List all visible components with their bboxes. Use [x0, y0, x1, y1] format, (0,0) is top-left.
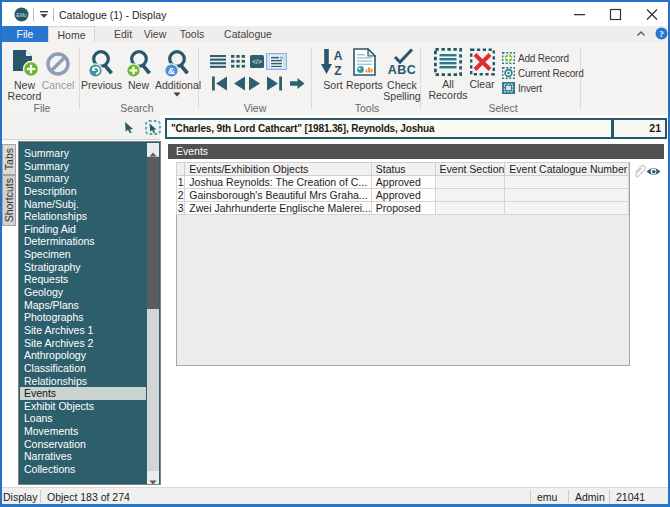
- svg-text:ABC: ABC: [388, 63, 416, 76]
- svg-text:EMu: EMu: [16, 12, 27, 18]
- svg-text:&: &: [168, 65, 175, 76]
- svg-text:A: A: [334, 49, 343, 63]
- svg-text:</>: </>: [252, 58, 262, 65]
- svg-text:?: ?: [659, 29, 664, 39]
- svg-text:Z: Z: [334, 64, 341, 77]
